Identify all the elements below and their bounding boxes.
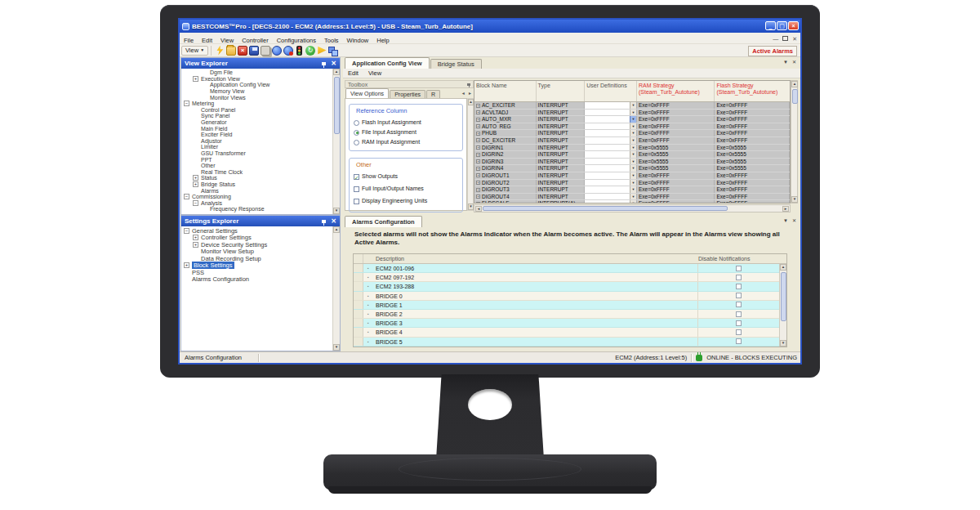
row-expander-icon[interactable]: ▪ [363, 338, 373, 346]
DIGRIN4[interactable]: +DIGRIN4 INTERRUPT ▼ Exe=0x5555 Exe=0x55… [474, 165, 790, 172]
type-cell[interactable]: INTERRUPT [537, 159, 586, 165]
tree-item[interactable]: Other [181, 163, 332, 169]
type-cell[interactable]: INTERRUPT [537, 186, 586, 193]
block-name-cell[interactable]: +ACVLTADJ [474, 110, 537, 116]
alarm-row[interactable]: ▪ BRIDGE 5 [354, 338, 779, 347]
dropdown-arrow-icon[interactable]: ▼ [630, 194, 636, 200]
scroll-down-icon[interactable]: ▼ [780, 340, 786, 347]
row-selector[interactable] [354, 328, 363, 336]
connect-icon[interactable] [272, 46, 282, 56]
DIGROUT1[interactable]: +DIGROUT1 INTERRUPT ▼ Exe=0xFFFF Exe=0xF… [474, 172, 790, 180]
radio-icon[interactable] [354, 130, 359, 136]
radio-icon[interactable] [354, 140, 359, 145]
tree-item[interactable]: + Device Security Settings [181, 241, 332, 248]
user-definitions-cell[interactable]: ▼ [585, 123, 637, 130]
dropdown-arrow-icon[interactable]: ▼ [630, 172, 636, 179]
disable-notification-cell[interactable] [697, 319, 779, 327]
checkbox-icon[interactable] [736, 284, 742, 289]
row-selector[interactable] [354, 338, 363, 346]
radio-option[interactable]: RAM Input Assignment [354, 139, 459, 145]
expand-collapse-icon[interactable]: − [193, 200, 198, 206]
alarm-row[interactable]: ▪ ECM2 001-096 [354, 264, 779, 273]
maximize-button[interactable]: ▢ [777, 21, 787, 30]
dropdown-arrow-icon[interactable]: ▼ [630, 200, 636, 203]
table-horizontal-scrollbar[interactable]: ◄ ► [474, 204, 791, 212]
menu-item[interactable]: Configurations [273, 37, 320, 44]
dropdown-arrow-icon[interactable]: ▼ [630, 102, 636, 109]
flash-strategy-cell[interactable]: Exe=0xFFFF [715, 116, 790, 123]
tree-item[interactable]: − General Settings [181, 227, 332, 235]
tree-item[interactable]: Monitor Views [181, 94, 332, 101]
ram-strategy-cell[interactable]: Exe=0xFFFF [637, 102, 715, 109]
dropdown-arrow-icon[interactable]: ▼ [630, 165, 636, 172]
scroll-up-icon[interactable]: ▲ [791, 81, 798, 87]
row-selector[interactable] [354, 282, 363, 290]
ram-strategy-cell[interactable]: Exe=0xFFFF [637, 200, 715, 203]
ram-strategy-cell[interactable]: Exe=0xFFFF [637, 116, 715, 123]
tree-item[interactable]: Generator [181, 119, 332, 126]
row-expander-icon[interactable]: ▪ [363, 328, 373, 336]
menu-item[interactable]: Edit [343, 69, 363, 77]
user-definitions-cell[interactable]: ▼ [585, 116, 637, 123]
flash-strategy-cell[interactable]: Exe=0x5555 [715, 145, 790, 151]
ram-strategy-cell[interactable]: Exe=0xFFFF [637, 186, 715, 193]
save-icon[interactable] [249, 46, 259, 56]
tree-item[interactable]: + Controller Settings [181, 235, 332, 242]
block-name-cell[interactable]: +DIGRIN4 [474, 165, 537, 172]
run-icon[interactable] [317, 46, 327, 56]
mdi-restore-icon[interactable] [782, 36, 788, 41]
checkbox-icon[interactable] [736, 275, 742, 280]
tree-item[interactable]: Frequency Response [181, 206, 332, 212]
scroll-down-icon[interactable]: ▼ [333, 344, 340, 351]
row-selector[interactable] [354, 264, 363, 272]
AC_EXCITER[interactable]: +AC_EXCITER INTERRUPT ▼ Exe=0xFFFF Exe=0… [474, 102, 790, 110]
checkbox-icon[interactable] [354, 186, 359, 192]
flash-strategy-cell[interactable]: Exe=0x5555 [715, 159, 790, 165]
blocks-icon[interactable] [328, 46, 338, 56]
tab-scroll-arrows[interactable]: ◄ ► [461, 91, 473, 96]
menu-item[interactable]: Tools [320, 37, 343, 44]
user-definitions-cell[interactable]: ▼ [585, 102, 637, 109]
flash-strategy-cell[interactable]: Exe=0xFFFF [715, 130, 790, 136]
user-definitions-cell[interactable]: ▼ [585, 180, 637, 186]
alarm-row[interactable]: ▪ BRIDGE 1 [354, 301, 779, 310]
disable-notification-cell[interactable] [697, 338, 779, 346]
disable-notification-cell[interactable] [697, 273, 779, 281]
ram-strategy-cell[interactable]: Exe=0xFFFF [637, 137, 715, 144]
flash-strategy-cell[interactable]: Exe=0xFFFF [715, 137, 790, 144]
row-selector[interactable] [354, 292, 363, 300]
toolbox-tab[interactable]: Properties [390, 90, 425, 98]
disable-notification-cell[interactable] [697, 282, 779, 290]
active-alarms-indicator[interactable]: Active Alarms [748, 46, 797, 56]
flash-strategy-cell[interactable]: Exe=0xFFFF [715, 200, 790, 203]
column-header-flash-strategy[interactable]: Flash Strategy(Steam_Turb_Autotune) [715, 81, 790, 101]
tree-item[interactable]: Memory View [181, 88, 332, 95]
row-selector[interactable] [354, 301, 363, 309]
new-connection-icon[interactable] [215, 46, 225, 56]
type-cell[interactable]: INTERRUPT [537, 123, 586, 130]
ram-strategy-cell[interactable]: Exe=0x5555 [637, 165, 715, 172]
user-definitions-cell[interactable]: ▼ [585, 110, 637, 116]
menu-item[interactable]: Window [343, 37, 373, 44]
close-button[interactable]: × [788, 21, 799, 30]
tree-item[interactable]: GSU Transformer [181, 150, 332, 157]
ram-strategy-cell[interactable]: Exe=0xFFFF [637, 110, 715, 116]
block-name-cell[interactable]: +DIGROUT1 [474, 172, 537, 179]
scroll-up-icon[interactable]: ▲ [780, 264, 786, 271]
scroll-thumb[interactable] [334, 77, 340, 134]
flash-strategy-cell[interactable]: Exe=0xFFFF [715, 172, 790, 179]
block-name-cell[interactable]: +AC_EXCITER [474, 102, 537, 109]
scroll-down-icon[interactable]: ▼ [468, 204, 474, 210]
flash-strategy-cell[interactable]: Exe=0xFFFF [715, 110, 790, 116]
scroll-up-icon[interactable]: ▲ [468, 99, 474, 105]
tree-item[interactable]: + Bridge Status [181, 181, 332, 188]
menu-item[interactable]: File [180, 37, 198, 44]
type-cell[interactable]: INTERRUPT [537, 116, 586, 123]
checkbox-icon[interactable] [736, 266, 742, 271]
type-cell[interactable]: INTERRUPT [537, 151, 586, 158]
block-name-cell[interactable]: +DIGRIN1 [474, 145, 537, 151]
type-cell[interactable]: INTERRUPT(A) [537, 200, 586, 203]
tree-item[interactable]: Monitor View Setup [181, 248, 332, 256]
type-cell[interactable]: INTERRUPT [537, 110, 586, 116]
checkbox-icon[interactable] [736, 311, 742, 317]
